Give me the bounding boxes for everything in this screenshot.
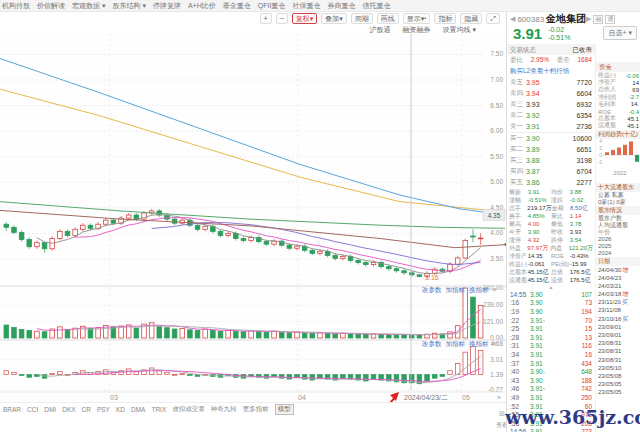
- forecast-year[interactable]: 2024: [596, 250, 640, 257]
- event-date-row[interactable]: 23/09/01: [596, 323, 640, 331]
- next-stock-icon[interactable]: ▶: [586, 15, 591, 23]
- indicator-tab-CCI[interactable]: CCI: [27, 406, 38, 413]
- tape-price: 3.90↓: [530, 368, 550, 375]
- indicator-tab-更多指标[interactable]: 更多指标: [243, 405, 269, 414]
- event-date-row[interactable]: 23/11/20买: [596, 298, 640, 306]
- event-date-row[interactable]: 23/08/31: [596, 339, 640, 347]
- tape-row[interactable]: :283.9113: [507, 333, 595, 342]
- event-date-row[interactable]: 23/05/05: [596, 388, 640, 396]
- menu-item-3[interactable]: 股东结构 ▾: [112, 1, 145, 11]
- svg-text:2: 2: [599, 145, 602, 151]
- add-watchlist-button[interactable]: 自选+ ▾: [603, 26, 637, 40]
- menu-item-6[interactable]: 基金重仓: [223, 1, 251, 11]
- indicator-tab-虚拟成交量[interactable]: 虚拟成交量: [172, 405, 205, 414]
- level-volume: 6651: [550, 146, 592, 153]
- financial-value: 69: [632, 87, 639, 93]
- indicator-tab-DMA[interactable]: DMA: [131, 406, 145, 413]
- zoom-in-button[interactable]: +: [260, 13, 272, 24]
- l2-quote-link[interactable]: 购买L2查看十档行情: [507, 66, 595, 77]
- volume-add-indicator-link[interactable]: 加指标: [446, 286, 466, 293]
- ask-row[interactable]: 卖三3.936932: [507, 99, 595, 110]
- bid-row[interactable]: 买二3.896651: [507, 144, 595, 155]
- tape-row[interactable]: :253.9115: [507, 324, 595, 333]
- bid-row[interactable]: 买一3.9010600: [507, 133, 595, 144]
- indicator-tab-BRAR[interactable]: BRAR: [3, 406, 21, 413]
- menu-item-8[interactable]: 社保重仓: [292, 1, 320, 11]
- ask-row[interactable]: 卖二3.926354: [507, 110, 595, 121]
- tape-row[interactable]: :433.90188: [507, 376, 595, 385]
- tape-row[interactable]: 14:563.91273: [507, 428, 595, 432]
- indicator-tab-DMI[interactable]: DMI: [44, 406, 56, 413]
- tape-row[interactable]: :373.91434: [507, 359, 595, 368]
- bid-row[interactable]: 买三3.883198: [507, 155, 595, 166]
- menu-item-0[interactable]: 机构持股: [2, 1, 30, 11]
- indicator-tab-CR[interactable]: CR: [82, 406, 91, 413]
- grid-icon[interactable]: ⊞: [499, 410, 505, 418]
- axis-more-icon[interactable]: »: [497, 394, 501, 401]
- toolbar-画线-button[interactable]: 画线: [377, 13, 399, 24]
- toolbar-指标-button[interactable]: 指标: [434, 13, 456, 24]
- menu-item-2[interactable]: 宏观数据 ▾: [72, 1, 105, 11]
- detail-value: 45.15亿: [528, 276, 551, 285]
- tape-row[interactable]: 14:553.90107: [507, 290, 595, 299]
- forecast-year[interactable]: 2025: [596, 243, 640, 250]
- tape-row[interactable]: :403.90↓648: [507, 367, 595, 376]
- prev-stock-icon[interactable]: ◀: [510, 15, 515, 23]
- tape-row[interactable]: :223.91↑70: [507, 316, 595, 325]
- toolbar-周期-button[interactable]: 周期: [351, 13, 373, 24]
- zoom-out-button[interactable]: −: [276, 13, 288, 24]
- ask-row[interactable]: 卖四3.946604: [507, 88, 595, 99]
- tape-row[interactable]: :193.90194: [507, 307, 595, 316]
- menu-item-5[interactable]: A+H比价: [188, 1, 216, 11]
- tape-row[interactable]: :343.9116: [507, 350, 595, 359]
- event-date-row[interactable]: 23/10/16买: [596, 315, 640, 323]
- event-date-row[interactable]: 24/03/18增: [596, 290, 640, 298]
- event-date-row[interactable]: 24/04/23: [596, 274, 640, 282]
- tape-row[interactable]: :493.91250: [507, 393, 595, 402]
- tape-row[interactable]: :463.91↑742: [507, 385, 595, 394]
- indicator-tab-KD[interactable]: KD: [116, 406, 125, 413]
- indicator-tab-PSY[interactable]: PSY: [97, 406, 110, 413]
- menu-item-7[interactable]: QFII重仓: [258, 1, 286, 11]
- event-date-row[interactable]: 24/03/21: [596, 282, 640, 290]
- event-date-row[interactable]: 24/04/30增: [596, 266, 640, 274]
- indicator-tab-DKX[interactable]: DKX: [62, 406, 75, 413]
- indicator-close-icon[interactable]: ✕: [492, 340, 497, 347]
- volume-edit-params-link[interactable]: 改参数: [422, 286, 442, 293]
- indicator-tab-TRIX[interactable]: TRIX: [151, 406, 166, 413]
- indicator-switch-indicator-link[interactable]: 换指标: [469, 340, 489, 347]
- indicator-tab-model[interactable]: 模型: [275, 404, 294, 415]
- event-date-row[interactable]: 23/08/31: [596, 347, 640, 355]
- volume-close-icon[interactable]: ✕: [492, 286, 497, 293]
- top-holders-header[interactable]: 十大流通股东: [596, 183, 640, 192]
- detail-value: 3.78: [570, 221, 593, 227]
- toolbar-显示-button[interactable]: 显示▾•: [403, 13, 431, 24]
- event-date-row[interactable]: 23/05/05: [596, 380, 640, 388]
- bid-row[interactable]: 买四3.876704: [507, 166, 595, 177]
- expand-icon[interactable]: ⤢: [486, 13, 500, 24]
- toolbar-隐藏-button[interactable]: 隐藏: [460, 13, 482, 24]
- ask-row[interactable]: 卖五3.957720: [507, 77, 595, 88]
- bid-row[interactable]: 买五3.862277: [507, 177, 595, 188]
- menu-item-4[interactable]: 停牌复牌: [153, 1, 181, 11]
- tape-row[interactable]: :313.91116: [507, 342, 595, 351]
- event-date-row[interactable]: 23/11/08: [596, 306, 640, 314]
- forecast-year[interactable]: 2026: [596, 236, 640, 243]
- menu-item-1[interactable]: 价值解读: [37, 1, 65, 11]
- holder-info-header[interactable]: 股东情况: [596, 206, 640, 215]
- toolbar-叠加-button[interactable]: 叠加▾: [321, 13, 347, 24]
- menu-item-9[interactable]: 券商重仓: [327, 1, 355, 11]
- volume-switch-indicator-link[interactable]: 换指标: [469, 286, 489, 293]
- tape-time: :40: [510, 368, 530, 375]
- event-date-row[interactable]: 23/09/01: [596, 331, 640, 339]
- event-date-row[interactable]: 23/08/31: [596, 356, 640, 364]
- event-date-row[interactable]: 23/05/10: [596, 364, 640, 372]
- ask-row[interactable]: 卖一3.912736: [507, 121, 595, 132]
- toolbar-复权-button[interactable]: 复权▾: [292, 13, 318, 24]
- tape-row[interactable]: :163.9073: [507, 299, 595, 308]
- event-date-row[interactable]: 23/05/08: [596, 372, 640, 380]
- menu-item-10[interactable]: 信托重仓: [362, 1, 390, 11]
- indicator-tab-神奇九转[interactable]: 神奇九转: [211, 405, 237, 414]
- indicator-add-indicator-link[interactable]: 加指标: [446, 340, 466, 347]
- indicator-edit-params-link[interactable]: 改参数: [422, 340, 442, 347]
